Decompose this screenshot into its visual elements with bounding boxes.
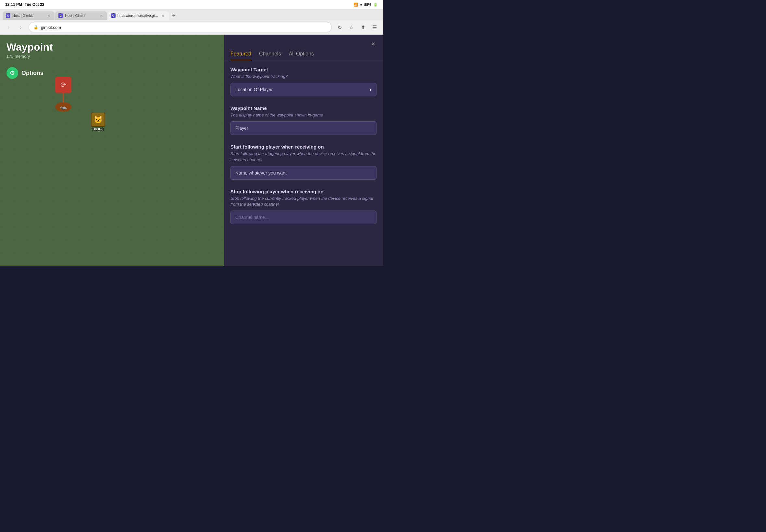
start-following-desc: Start following the triggering player wh… [230,151,376,163]
player-char-icon: 🐱 [94,115,103,124]
address-bar: ‹ › 🔒 gimkit.com ↻ ☆ ⬆ ☰ [0,20,383,34]
tab-3-close[interactable]: × [162,13,164,18]
waypoint-name-desc: The display name of the waypoint shown i… [230,112,376,118]
reload-button[interactable]: ↻ [335,23,344,32]
tab-2-label: Host | Gimkit [65,14,85,18]
tab-all-options[interactable]: All Options [289,51,314,60]
tab-1-close[interactable]: × [47,13,50,18]
tab-featured[interactable]: Featured [230,51,251,60]
url-field[interactable]: 🔒 gimkit.com [29,22,332,32]
waypoint-target-chevron: ▾ [369,87,371,92]
share-button[interactable]: ⬆ [358,23,367,32]
toolbar-actions: ↻ ☆ ⬆ ☰ [335,23,379,32]
wifi-icon: 📶 [353,3,358,7]
waypoint-base-icon: 🦡 [60,103,67,111]
waypoint-target-desc: What is the waypoint tracking? [230,74,376,79]
status-date: Tue Oct 22 [25,2,44,7]
bookmark-button[interactable]: ☆ [346,23,356,32]
status-bar: 12:11 PM Tue Oct 22 📶 ● 88% 🔋 [0,0,383,9]
signal-icon: ● [360,3,362,6]
stop-following-input[interactable] [230,211,376,224]
waypoint-base: 🦡 [55,102,71,112]
waypoint-target-value: Location Of Player [235,87,273,92]
url-lock-icon: 🔒 [33,25,38,30]
back-button[interactable]: ‹ [4,23,13,32]
url-text: gimkit.com [41,25,61,30]
waypoint-name-input[interactable] [230,121,376,135]
stop-following-desc: Stop following the currently tracked pla… [230,196,376,207]
waypoint-sprite: ⟳ 🦡 [55,77,71,112]
panel-close-button[interactable]: × [369,39,378,48]
tab-channels[interactable]: Channels [259,51,281,60]
player-sprite: 🐱 D0DG3 [91,113,105,131]
main-area: Waypoint 175 memory ⚙ Options ⟳ 🦡 🐱 D0DG… [0,35,383,266]
browser-chrome: G Host | Gimkit × G Host | Gimkit × G ht… [0,9,383,35]
waypoint-target-select[interactable]: Location Of Player ▾ [230,83,376,96]
panel-content: Waypoint Target What is the waypoint tra… [224,60,383,266]
game-title: Waypoint [6,41,53,53]
tab-1-label: Host | Gimkit [12,14,33,18]
stop-following-label: Stop following player when receiving on [230,189,376,194]
status-time: 12:11 PM [5,2,22,7]
game-memory: 175 memory [6,54,53,59]
tab-3-label: https://forum.creative.gimkit.c... [117,14,160,18]
tab-3[interactable]: G https://forum.creative.gimkit.c... × [108,11,169,20]
right-panel: × Featured Channels All Options Waypoint… [224,35,383,266]
start-following-input[interactable] [230,166,376,180]
start-following-label: Start following player when receiving on [230,144,376,150]
player-name: D0DG3 [92,127,103,131]
tab-bar: G Host | Gimkit × G Host | Gimkit × G ht… [0,9,383,20]
waypoint-sign: ⟳ [55,77,71,93]
new-tab-button[interactable]: + [169,11,178,20]
tab-1-favicon: G [6,13,10,18]
options-button[interactable]: ⚙ Options [6,67,43,79]
forward-button[interactable]: › [16,23,25,32]
battery-icon: 🔋 [373,3,378,7]
waypoint-sign-icon: ⟳ [60,81,66,89]
game-title-area: Waypoint 175 memory [6,41,53,59]
tab-2-close[interactable]: × [100,13,103,18]
option-group-stop-following: Stop following player when receiving on … [230,189,376,224]
menu-button[interactable]: ☰ [370,23,379,32]
panel-tabs: Featured Channels All Options [224,48,383,60]
tab-3-favicon: G [111,13,115,18]
option-group-start-following: Start following player when receiving on… [230,144,376,179]
battery-level: 88% [364,3,371,6]
waypoint-target-label: Waypoint Target [230,67,376,72]
tab-1[interactable]: G Host | Gimkit × [3,11,55,20]
panel-header: × [224,35,383,48]
player-character: 🐱 [91,113,105,127]
options-gear-icon: ⚙ [6,67,18,79]
options-label: Options [21,70,43,77]
tab-2-favicon: G [58,13,63,18]
tab-2[interactable]: G Host | Gimkit × [55,11,107,20]
game-canvas: Waypoint 175 memory ⚙ Options ⟳ 🦡 🐱 D0DG… [0,35,224,266]
waypoint-name-label: Waypoint Name [230,105,376,111]
option-group-waypoint-name: Waypoint Name The display name of the wa… [230,105,376,135]
option-group-waypoint-target: Waypoint Target What is the waypoint tra… [230,67,376,96]
